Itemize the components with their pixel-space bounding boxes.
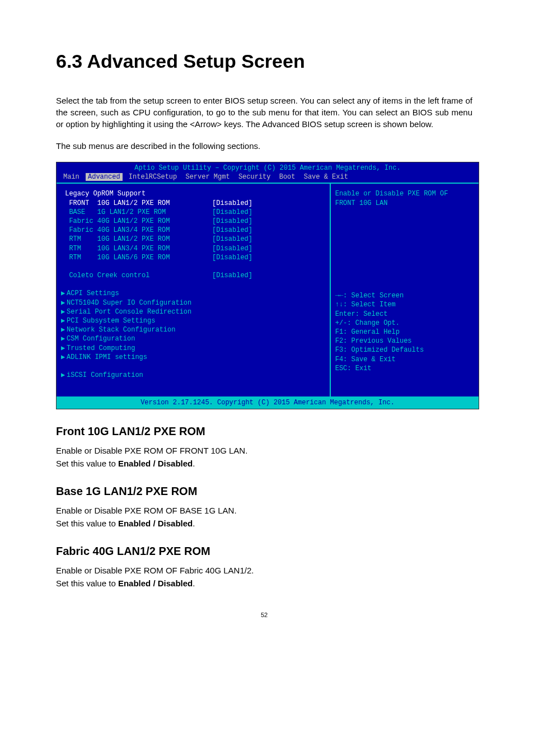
section-front-10g-line2: Set this value to Enabled / Disabled.: [56, 458, 472, 469]
section-title-fabric-40g: Fabric 40G LAN1/2 PXE ROM: [56, 545, 472, 558]
intro-paragraph-1: Select the tab from the setup screen to …: [56, 95, 472, 130]
menu-boot[interactable]: Boot: [277, 173, 298, 181]
section-fabric-40g-line2: Set this value to Enabled / Disabled.: [56, 577, 472, 589]
section-base-1g-line1: Enable or Disable PXE ROM OF BASE 1G LAN…: [56, 505, 472, 516]
intro-paragraph-2: The sub menus are described in the follo…: [56, 140, 472, 152]
section-fabric-40g-line1: Enable or Disable PXE ROM OF Fabric 40G …: [56, 564, 472, 576]
menu-server-mgmt[interactable]: Server Mgmt: [183, 173, 232, 181]
sub-pci[interactable]: ▶ PCI Subsystem Settings: [61, 316, 325, 325]
sub-trusted-computing[interactable]: ▶ Trusted Computing: [61, 344, 325, 353]
coleto-creek[interactable]: Coleto Creek control[Disabled]: [61, 271, 325, 280]
opt-fabric-40g-12[interactable]: Fabric 40G LAN1/2 PXE ROM[Disabled]: [61, 217, 325, 226]
page-number: 52: [56, 612, 472, 618]
bios-version-bar: Version 2.17.1245. Copyright (C) 2015 Am…: [57, 396, 479, 408]
help-description: Enable or Disable PXE ROM OF FRONT 10G L…: [335, 189, 474, 207]
menu-save-exit[interactable]: Save & Exit: [302, 173, 350, 181]
opt-front-10g[interactable]: FRONT 10G LAN1/2 PXE ROM[Disabled]: [61, 199, 325, 208]
sub-adlink-ipmi[interactable]: ▶ ADLINK IPMI settings: [61, 353, 325, 362]
opt-base-1g[interactable]: BASE 1G LAN1/2 PXE ROM[Disabled]: [61, 208, 325, 217]
sub-iscsi[interactable]: ▶ iSCSI Configuration: [61, 371, 325, 380]
sub-acpi[interactable]: ▶ ACPI Settings: [61, 289, 325, 298]
page-heading: 6.3 Advanced Setup Screen: [56, 50, 472, 72]
opt-fabric-40g-34[interactable]: Fabric 40G LAN3/4 PXE ROM[Disabled]: [61, 226, 325, 235]
menu-advanced[interactable]: Advanced: [86, 173, 123, 181]
opt-rtm-10g-12[interactable]: RTM 10G LAN1/2 PXE ROM[Disabled]: [61, 235, 325, 244]
section-base-1g-line2: Set this value to Enabled / Disabled.: [56, 517, 472, 529]
menu-intelrcsetup[interactable]: IntelRCSetup: [127, 173, 179, 181]
menu-security[interactable]: Security: [236, 173, 273, 181]
help-keys: →←: Select Screen ↑↓: Select Item Enter:…: [335, 291, 474, 373]
bios-screenshot: Aptio Setup Utility – Copyright (C) 2015…: [56, 162, 479, 409]
bios-left-pane: Legacy OpROM Support FRONT 10G LAN1/2 PX…: [57, 184, 331, 396]
section-title-base-1g: Base 1G LAN1/2 PXE ROM: [56, 485, 472, 498]
sub-serial-console[interactable]: ▶ Serial Port Console Redirection: [61, 307, 325, 316]
bios-menu-bar: Main Advanced IntelRCSetup Server Mgmt S…: [57, 172, 479, 184]
bios-right-pane: Enable or Disable PXE ROM OF FRONT 10G L…: [331, 184, 479, 396]
sub-csm[interactable]: ▶ CSM Configuration: [61, 334, 325, 343]
menu-main[interactable]: Main: [61, 173, 82, 181]
opt-rtm-10g-34[interactable]: RTM 10G LAN3/4 PXE ROM[Disabled]: [61, 244, 325, 253]
opt-rtm-10g-56[interactable]: RTM 10G LAN5/6 PXE ROM[Disabled]: [61, 253, 325, 262]
sub-nct5104d[interactable]: ▶ NCT5104D Super IO Configuration: [61, 298, 325, 307]
document-page: 6.3 Advanced Setup Screen Select the tab…: [0, 0, 534, 641]
sub-network-stack[interactable]: ▶ Network Stack Configuration: [61, 325, 325, 334]
section-front-10g-line1: Enable or Disable PXE ROM OF FRONT 10G L…: [56, 445, 472, 456]
legacy-oprom-heading: Legacy OpROM Support: [61, 189, 325, 198]
section-title-front-10g: Front 10G LAN1/2 PXE ROM: [56, 425, 472, 438]
bios-title-bar: Aptio Setup Utility – Copyright (C) 2015…: [57, 162, 479, 172]
